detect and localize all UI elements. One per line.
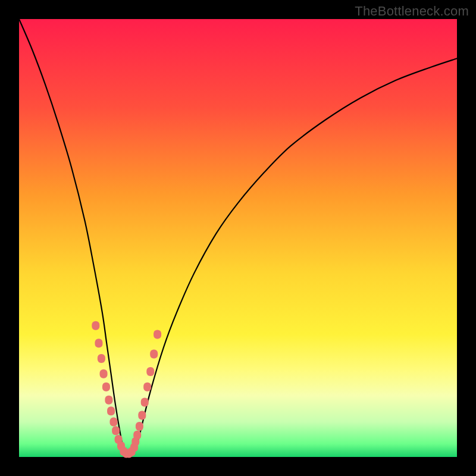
marker-dot — [138, 411, 146, 420]
marker-dot — [98, 354, 105, 363]
marker-dot — [95, 339, 102, 347]
marker-dot — [133, 431, 141, 440]
marker-dot — [105, 396, 112, 405]
marker-dot — [109, 418, 117, 427]
marker-dot — [141, 398, 149, 407]
chart-svg — [19, 19, 457, 457]
marker-dot — [143, 383, 151, 392]
plot-area — [19, 19, 457, 457]
marker-dot — [136, 422, 143, 431]
marker-dot — [107, 406, 115, 415]
marker-dot — [150, 350, 158, 359]
marker-dot — [146, 367, 154, 376]
bottleneck-curve — [19, 19, 457, 457]
marker-dot — [102, 383, 110, 392]
watermark-text: TheBottleneck.com — [355, 4, 469, 19]
marker-dot — [112, 426, 120, 435]
marker-dot — [92, 321, 99, 330]
marker-dot — [154, 330, 161, 339]
marker-dot — [100, 369, 108, 378]
chart-frame: TheBottleneck.com — [0, 0, 476, 476]
